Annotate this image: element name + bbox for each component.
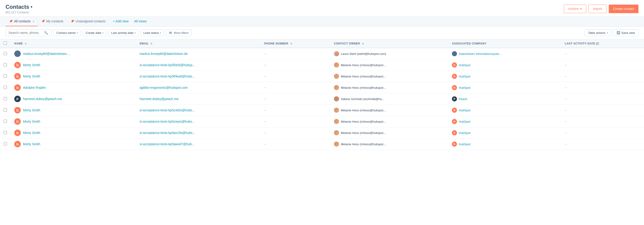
row-checkbox-cell[interactable] bbox=[0, 127, 10, 139]
row-checkbox-cell[interactable] bbox=[0, 93, 10, 105]
contact-phone-cell: -- bbox=[260, 105, 330, 116]
contact-email[interactable]: si-acceptance-tests-kp5li9cb@hubsp... bbox=[140, 63, 195, 67]
contact-name[interactable]: Morty Smith bbox=[23, 75, 40, 78]
last-activity-date-cell: -- bbox=[561, 93, 644, 105]
contact-name[interactable]: harmeet.dubey@peach.me bbox=[23, 97, 62, 101]
contact-email[interactable]: harmeet.dubey@peach.me bbox=[140, 97, 178, 101]
title-text: Contacts bbox=[6, 4, 29, 10]
row-checkbox[interactable] bbox=[4, 75, 7, 78]
tab-all-contacts[interactable]: 📌 All contacts ▾ bbox=[6, 17, 38, 26]
col-header-company[interactable]: ASSOCIATED COMPANY bbox=[448, 39, 561, 48]
row-checkbox[interactable] bbox=[4, 120, 7, 123]
contact-email-cell[interactable]: markus.knoepfel@datenlotsen.de bbox=[136, 48, 260, 60]
import-label: Import bbox=[593, 7, 602, 11]
contact-name[interactable]: Morty Smith bbox=[23, 131, 40, 135]
contact-email-cell[interactable]: si-acceptance-tests-kp5lhkw6@hubs... bbox=[136, 71, 260, 82]
row-checkbox[interactable] bbox=[4, 142, 7, 145]
contact-email-cell[interactable]: si-acceptance-tests-kp5ax19s@hubs... bbox=[136, 127, 260, 139]
contact-email[interactable]: markus.knoepfel@datenlotsen.de bbox=[140, 52, 188, 56]
table-header-row: NAME ⇅ EMAIL ⇅ PHONE NUMBER ⇅ CONTACT OW… bbox=[0, 39, 644, 48]
col-header-email[interactable]: EMAIL ⇅ bbox=[136, 39, 260, 48]
col-header-owner[interactable]: CONTACT OWNER ⇅ bbox=[330, 39, 448, 48]
row-checkbox-cell[interactable] bbox=[0, 48, 10, 60]
contact-email[interactable]: si-acceptance-tests-kp5ax19s@hubs... bbox=[140, 131, 195, 135]
svg-text:h: h bbox=[454, 120, 455, 123]
last-activity-date: -- bbox=[565, 86, 567, 89]
select-all-header[interactable] bbox=[0, 39, 10, 48]
tab-all-caret[interactable]: ▾ bbox=[33, 20, 34, 23]
row-checkbox-cell[interactable] bbox=[0, 116, 10, 127]
contact-name-cell: h Morty Smith bbox=[10, 127, 136, 139]
company-name[interactable]: HubSpot bbox=[459, 131, 470, 135]
row-checkbox[interactable] bbox=[4, 63, 7, 66]
contact-owner-filter[interactable]: Contact owner ▾ bbox=[54, 30, 81, 36]
contact-email-cell[interactable]: si-acceptance-tests-kp5cwyio@hubs... bbox=[136, 116, 260, 127]
col-header-lastdate[interactable]: LAST ACTIVITY DATE (C bbox=[561, 39, 644, 48]
contact-email-cell[interactable]: harmeet.dubey@peach.me bbox=[136, 93, 260, 105]
row-checkbox-cell[interactable] bbox=[0, 82, 10, 93]
contact-email[interactable]: si-acceptance-tests-kp5awxd7@hub... bbox=[140, 142, 194, 146]
company-name[interactable]: HubSpot bbox=[459, 75, 470, 78]
row-checkbox-cell[interactable] bbox=[0, 105, 10, 116]
row-checkbox[interactable] bbox=[4, 97, 7, 100]
contact-name[interactable]: Adolphe Rojahn bbox=[23, 86, 46, 89]
contact-email[interactable]: si-acceptance-tests-kp5cxk0x@hubs... bbox=[140, 108, 195, 112]
svg-text:P: P bbox=[16, 97, 18, 101]
row-checkbox-cell[interactable] bbox=[0, 60, 10, 71]
company-name[interactable]: HubSpot bbox=[459, 63, 470, 67]
company-name[interactable]: Peach bbox=[459, 97, 467, 101]
row-checkbox[interactable] bbox=[4, 52, 7, 55]
tab-all-views[interactable]: All views bbox=[132, 17, 150, 26]
owner-sort-icon[interactable]: ⇅ bbox=[362, 42, 364, 45]
contact-phone: -- bbox=[264, 131, 266, 135]
tab-unassigned-contacts[interactable]: 📌 Unassigned contacts bbox=[67, 17, 109, 26]
table-actions-button[interactable]: Table actions ▾ bbox=[584, 30, 612, 36]
contact-name[interactable]: markus.knoepfel@datenlotsen.... bbox=[23, 52, 70, 56]
contact-email-cell[interactable]: si-acceptance-tests-kp5li9cb@hubsp... bbox=[136, 60, 260, 71]
col-header-name[interactable]: NAME ⇅ bbox=[10, 39, 136, 48]
company-name[interactable]: HubSpot bbox=[459, 142, 470, 146]
tab-add-view[interactable]: + Add view bbox=[109, 17, 132, 26]
contact-email[interactable]: agibbs+ergonomic@hubspot.com bbox=[140, 86, 188, 89]
company-name[interactable]: HubSpot bbox=[459, 109, 470, 112]
contact-email-cell[interactable]: si-acceptance-tests-kp5cxk0x@hubs... bbox=[136, 105, 260, 116]
col-email-label: EMAIL bbox=[140, 42, 149, 45]
company-name[interactable]: HubSpot bbox=[459, 120, 470, 123]
select-all-checkbox[interactable] bbox=[4, 42, 7, 45]
hubspot-icon: h bbox=[14, 141, 21, 147]
name-sort-icon[interactable]: ⇅ bbox=[25, 42, 26, 45]
title-caret-icon[interactable]: ▾ bbox=[31, 5, 32, 9]
create-date-filter[interactable]: Create date ▾ bbox=[83, 30, 106, 36]
tab-my-contacts[interactable]: 📌 My contacts bbox=[38, 17, 67, 26]
contact-email[interactable]: si-acceptance-tests-kp5cwyio@hubs... bbox=[140, 120, 195, 123]
contacts-table: NAME ⇅ EMAIL ⇅ PHONE NUMBER ⇅ CONTACT OW… bbox=[0, 39, 644, 150]
contact-owner-cell: Sabine Schmidt (sschmidt@hu... bbox=[330, 93, 448, 105]
row-checkbox[interactable] bbox=[4, 86, 7, 89]
create-contact-button[interactable]: Create contact bbox=[609, 5, 638, 13]
last-activity-filter[interactable]: Last activity date ▾ bbox=[108, 30, 139, 36]
phone-sort-icon[interactable]: ⇅ bbox=[290, 42, 292, 45]
search-input[interactable] bbox=[8, 31, 43, 35]
email-sort-icon[interactable]: ⇅ bbox=[150, 42, 152, 45]
contact-name[interactable]: Morty Smith bbox=[23, 108, 40, 112]
create-date-caret-icon: ▾ bbox=[102, 32, 104, 34]
company-name[interactable]: Datenlotsen Informationssyste... bbox=[459, 52, 502, 56]
row-checkbox-cell[interactable] bbox=[0, 71, 10, 82]
row-checkbox-cell[interactable] bbox=[0, 139, 10, 150]
contact-name[interactable]: Morty Smith bbox=[23, 142, 40, 146]
col-header-phone[interactable]: PHONE NUMBER ⇅ bbox=[260, 39, 330, 48]
company-name[interactable]: HubSpot bbox=[459, 86, 470, 89]
row-checkbox[interactable] bbox=[4, 131, 7, 134]
contact-email-cell[interactable]: agibbs+ergonomic@hubspot.com bbox=[136, 82, 260, 93]
contact-name[interactable]: Morty Smith bbox=[23, 63, 40, 67]
contact-name[interactable]: Morty Smith bbox=[23, 120, 40, 123]
more-filters-button[interactable]: More filters bbox=[166, 30, 192, 36]
search-box[interactable]: 🔍 bbox=[6, 29, 52, 36]
row-checkbox[interactable] bbox=[4, 108, 7, 112]
contact-email[interactable]: si-acceptance-tests-kp5lhkw6@hubs... bbox=[140, 75, 195, 78]
save-view-button[interactable]: Save view bbox=[613, 30, 638, 36]
contact-email-cell[interactable]: si-acceptance-tests-kp5awxd7@hub... bbox=[136, 139, 260, 150]
lead-status-filter[interactable]: Lead status ▾ bbox=[140, 30, 164, 36]
actions-button[interactable]: Actions ▾ bbox=[564, 5, 586, 13]
import-button[interactable]: Import bbox=[588, 5, 606, 13]
